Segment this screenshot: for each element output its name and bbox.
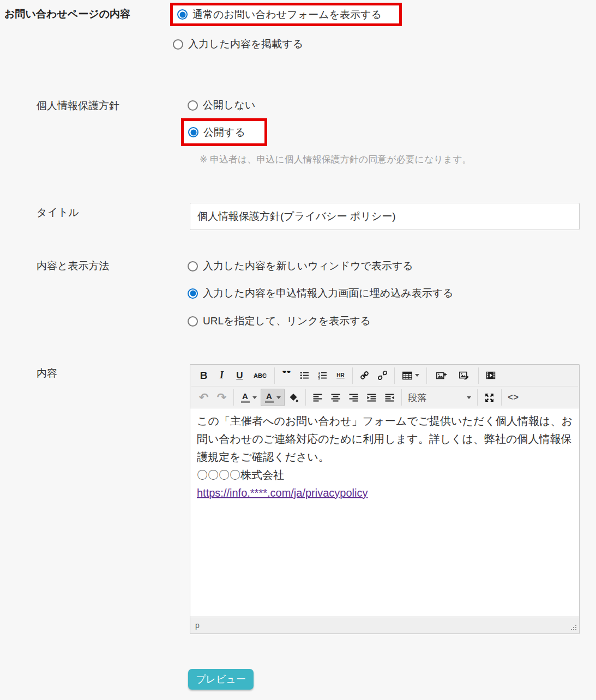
- radio-option-label: 通常のお問い合わせフォームを表示する: [192, 8, 382, 22]
- field-label-display-method: 内容と表示方法: [37, 259, 109, 273]
- table-icon: [402, 371, 412, 380]
- highlight-box-publish: 公開する: [181, 118, 267, 146]
- highlight-box-normal-form: 通常のお問い合わせフォームを表示する: [170, 3, 402, 26]
- editor-status-bar: p: [190, 617, 579, 633]
- insert-media-button[interactable]: [481, 367, 499, 384]
- radio-selected-icon[interactable]: [188, 288, 198, 299]
- text-color-button[interactable]: A: [237, 389, 261, 406]
- chevron-down-icon: [252, 396, 257, 399]
- table-button[interactable]: [398, 367, 424, 384]
- undo-icon: ↶: [199, 391, 209, 404]
- align-left-button[interactable]: [309, 389, 327, 406]
- insert-image-button[interactable]: [430, 367, 453, 384]
- privacy-policy-link[interactable]: https://info.****.com/ja/privacypolicy: [197, 487, 368, 499]
- paragraph-format-dropdown[interactable]: 段落: [405, 389, 474, 406]
- toolbar-separator: [501, 389, 502, 406]
- toolbar-row-2: ↶ ↷ A A: [191, 387, 578, 408]
- radio-option-publish[interactable]: 公開する: [188, 124, 245, 141]
- toolbar-separator: [478, 367, 479, 384]
- italic-icon: I: [220, 370, 224, 381]
- chevron-down-icon: [467, 396, 471, 399]
- background-color-icon: A: [265, 392, 274, 403]
- title-input[interactable]: [190, 203, 580, 230]
- radio-option-normal-contact-form[interactable]: 通常のお問い合わせフォームを表示する: [177, 6, 382, 23]
- text-color-icon: A: [241, 392, 250, 403]
- contact-settings-form: お問い合わせページの内容 通常のお問い合わせフォームを表示する 入力した内容を掲…: [0, 0, 596, 700]
- unordered-list-icon: [300, 371, 309, 380]
- blockquote-icon: “: [282, 371, 292, 381]
- radio-option-label: 入力した内容を掲載する: [188, 37, 303, 51]
- ordered-list-button[interactable]: 123: [314, 367, 332, 384]
- bold-icon: B: [200, 370, 208, 382]
- editor-link-line: https://info.****.com/ja/privacypolicy: [197, 484, 573, 502]
- undo-button[interactable]: ↶: [195, 389, 213, 406]
- toolbar-separator: [394, 367, 395, 384]
- outdent-button[interactable]: [381, 389, 399, 406]
- toolbar-row-1: B I U ABC “ 123 HR: [191, 365, 578, 387]
- italic-button[interactable]: I: [213, 367, 231, 384]
- source-code-button[interactable]: <>: [504, 389, 522, 406]
- unlink-icon: [378, 371, 387, 380]
- radio-option-embed[interactable]: 入力した内容を申込情報入力画面に埋め込み表示する: [188, 285, 454, 302]
- field-label-content: 内容: [37, 366, 57, 381]
- field-label-title: タイトル: [37, 206, 79, 220]
- remove-format-icon: [289, 393, 299, 402]
- indent-button[interactable]: [363, 389, 381, 406]
- radio-unselected-icon[interactable]: [188, 100, 198, 111]
- radio-option-posted-content[interactable]: 入力した内容を掲載する: [173, 35, 303, 53]
- horizontal-rule-button[interactable]: HR: [332, 367, 350, 384]
- radio-option-do-not-publish[interactable]: 公開しない: [188, 96, 255, 114]
- editor-toolbar: B I U ABC “ 123 HR: [190, 365, 579, 408]
- redo-icon: ↷: [217, 391, 227, 404]
- editor-paragraph: この「主催者へのお問い合わせ」フォームでご提供いただく個人情報は、お問い合わせの…: [197, 412, 573, 466]
- preview-button[interactable]: プレビュー: [188, 669, 254, 690]
- radio-option-new-window[interactable]: 入力した内容を新しいウィンドウで表示する: [188, 257, 413, 275]
- indent-icon: [367, 393, 376, 402]
- element-path-label: p: [195, 621, 200, 630]
- insert-image-icon: [436, 371, 447, 380]
- unordered-list-button[interactable]: [296, 367, 314, 384]
- ordered-list-icon: 123: [318, 371, 327, 380]
- underline-button[interactable]: U: [231, 367, 249, 384]
- align-right-button[interactable]: [345, 389, 363, 406]
- horizontal-rule-icon: HR: [336, 372, 344, 378]
- align-left-icon: [313, 393, 322, 402]
- radio-option-url-link[interactable]: URLを指定して、リンクを表示する: [188, 312, 371, 330]
- field-label-privacy-policy: 個人情報保護方針: [37, 99, 119, 113]
- fullscreen-button[interactable]: [480, 389, 498, 406]
- rich-text-editor: B I U ABC “ 123 HR: [190, 364, 580, 634]
- align-center-icon: [331, 393, 340, 402]
- strikethrough-icon: ABC: [254, 372, 267, 379]
- blockquote-button[interactable]: “: [278, 367, 296, 384]
- radio-unselected-icon[interactable]: [188, 316, 198, 327]
- fullscreen-icon: [484, 393, 495, 403]
- bold-button[interactable]: B: [195, 367, 213, 384]
- redo-button[interactable]: ↷: [213, 389, 231, 406]
- resize-grip-handle[interactable]: [570, 624, 577, 633]
- paragraph-format-label: 段落: [408, 391, 426, 404]
- edit-image-icon: [459, 371, 469, 380]
- radio-option-label: URLを指定して、リンクを表示する: [203, 314, 371, 328]
- radio-selected-icon[interactable]: [188, 127, 198, 137]
- editor-company-line: 〇〇〇〇株式会社: [197, 466, 573, 484]
- insert-link-button[interactable]: [356, 367, 374, 384]
- chevron-down-icon: [276, 396, 281, 399]
- toolbar-separator: [233, 389, 234, 406]
- radio-selected-icon[interactable]: [177, 9, 188, 20]
- align-center-button[interactable]: [327, 389, 345, 406]
- remove-format-button[interactable]: [285, 389, 303, 406]
- radio-option-label: 入力した内容を申込情報入力画面に埋め込み表示する: [203, 286, 454, 300]
- radio-unselected-icon[interactable]: [188, 261, 198, 271]
- remove-link-button[interactable]: [374, 367, 392, 384]
- outdent-icon: [385, 393, 394, 402]
- svg-text:3: 3: [318, 376, 321, 380]
- strikethrough-button[interactable]: ABC: [249, 367, 272, 384]
- edit-image-button[interactable]: [453, 367, 475, 384]
- underline-icon: U: [236, 370, 243, 381]
- radio-unselected-icon[interactable]: [173, 39, 183, 50]
- editor-content-area[interactable]: この「主催者へのお問い合わせ」フォームでご提供いただく個人情報は、お問い合わせの…: [190, 408, 579, 617]
- radio-option-label: 公開する: [203, 125, 245, 140]
- toolbar-separator: [305, 389, 306, 406]
- toolbar-separator: [352, 367, 353, 384]
- background-color-button[interactable]: A: [261, 389, 285, 406]
